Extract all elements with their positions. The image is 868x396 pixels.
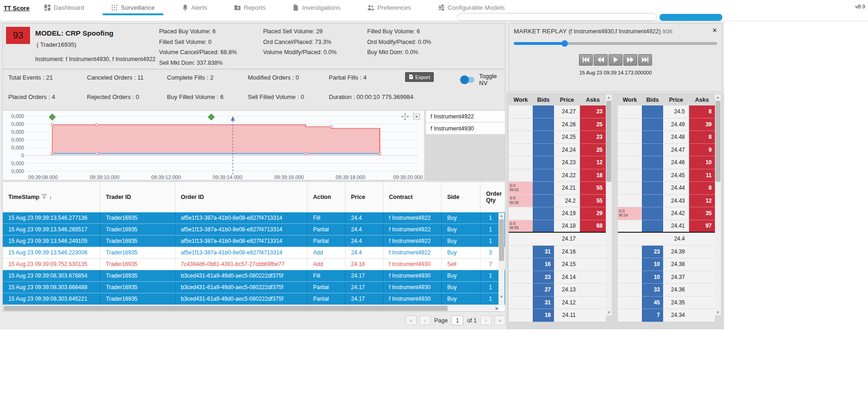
table-row[interactable]: 15 Aug 23 09:39:08.303.678854Trader16935… [3,270,505,282]
ladder-bid-cell[interactable] [642,169,663,182]
ladder-bid-cell[interactable] [642,144,663,157]
instrument-list-item[interactable]: f Instrument4922 [426,111,505,123]
table-header-contract[interactable]: Contract [383,182,441,212]
ladder-row[interactable]: 24.4312 [618,195,715,208]
ladder-ask-cell[interactable] [580,297,606,309]
ladder-row[interactable]: 24.4197 [618,220,715,233]
close-icon[interactable]: ✕ [712,27,717,34]
ladder-price-cell[interactable]: 24.37 [663,271,689,284]
scroll-down-icon[interactable]: ▼ [499,294,505,300]
ladder-row[interactable]: 1024.37 [618,271,715,284]
ladder-ask-cell[interactable] [689,284,715,297]
ladder-row[interactable]: S:0W:4224.2155 [509,182,606,195]
ladder-ask-cell[interactable] [580,258,606,271]
skip-to-end-button[interactable] [638,54,652,66]
ladder-bid-cell[interactable]: 18 [533,309,554,322]
fast-forward-button[interactable] [623,54,637,66]
ladder-row[interactable]: 24.17 [509,233,606,246]
ladder-ask-cell[interactable] [689,246,715,259]
table-row[interactable]: 15 Aug 23 09:39:13.546.277136Trader16935… [3,212,505,224]
ladder-row[interactable]: 2324.39 [618,246,715,259]
ladder-bid-cell[interactable] [533,169,554,182]
ladder-row[interactable]: 2724.13 [509,284,606,297]
ladder-ask-cell[interactable]: 8 [689,182,715,195]
ladder-price-cell[interactable]: 24.19 [554,207,580,220]
ladder-bid-cell[interactable] [533,195,554,208]
ladder-row[interactable]: 24.4939 [618,118,715,131]
ladder-row[interactable]: 1024.38 [618,258,715,271]
ladder-price-cell[interactable]: 24.4 [663,233,689,246]
ladder-bid-cell[interactable] [533,105,554,118]
ladder-row[interactable]: 24.2218 [509,169,606,182]
ladder-ask-cell[interactable]: 25 [580,144,606,157]
ladder-ask-cell[interactable]: 11 [689,169,715,182]
ladder-ask-cell[interactable]: 55 [580,195,606,208]
ladder-bid-cell[interactable] [642,220,663,233]
ladder-bid-cell[interactable] [642,195,663,208]
ladder-price-cell[interactable]: 24.27 [554,105,580,118]
ladder-ask-cell[interactable]: 25 [580,118,606,131]
ladder-row[interactable]: 24.2312 [509,156,606,169]
ladder-bid-cell[interactable] [533,118,554,131]
top-search-input[interactable] [457,13,657,21]
scroll-up-icon[interactable]: ▲ [499,213,505,219]
table-header-trader-id[interactable]: Trader ID [100,182,175,212]
ladder-row[interactable]: 4524.35 [618,297,715,309]
ladder-bid-cell[interactable]: 31 [533,246,554,259]
ladder-row[interactable]: 24.4610 [618,156,715,169]
ladder-ask-cell[interactable]: 23 [580,131,606,144]
toggle-nv-switch[interactable] [462,77,474,83]
ladder-price-cell[interactable]: 24.34 [663,309,689,322]
ladder-price-cell[interactable]: 24.49 [663,118,689,131]
page-input[interactable]: 1 [451,316,463,325]
ladder-ask-cell[interactable]: 10 [689,156,715,169]
table-header-order-qty[interactable]: Order Qty [480,182,500,212]
scroll-down-icon[interactable]: ▼ [715,309,721,316]
top-blue-button[interactable] [659,14,722,21]
table-row[interactable]: 15 Aug 23 09:39:08.303.666488Trader16935… [3,282,505,293]
table-row[interactable]: 15 Aug 23 09:39:13.546.249105Trader16935… [3,235,505,247]
scroll-up-icon[interactable]: ▲ [606,94,612,100]
ladder-price-cell[interactable]: 24.21 [554,182,580,195]
ladder-price-cell[interactable]: 24.18 [554,220,580,233]
ladder-price-cell[interactable]: 24.35 [663,297,689,309]
ladder-price-cell[interactable]: 24.22 [554,169,580,182]
ladder-row[interactable]: 3324.36 [618,284,715,297]
ladder-bid-cell[interactable] [642,131,663,144]
ladder-bid-cell[interactable]: 23 [533,271,554,284]
ladder-ask-cell[interactable]: 23 [580,105,606,118]
instrument-list-item[interactable]: f Instrument4930 [426,123,505,135]
ladder-row[interactable]: S:0W:5524.1868 [509,220,606,233]
table-row[interactable]: 15 Aug 23 09:39:13.546.265517Trader16935… [3,224,505,235]
ladder-price-cell[interactable]: 24.48 [663,131,689,144]
exposure-chart[interactable]: 0,0000,0000,0000,0000,00000,0000,00009:3… [3,111,424,183]
ladder-price-cell[interactable]: 24.25 [554,131,580,144]
ladder-row[interactable]: 24.2625 [509,118,606,131]
last-page-button[interactable]: » [494,316,505,325]
ladder-row[interactable]: 24.4511 [618,169,715,182]
ladder-ask-cell[interactable]: 12 [580,156,606,169]
ladder-ask-cell[interactable]: 97 [689,220,715,233]
ladder-price-cell[interactable]: 24.43 [663,195,689,208]
ladder-row[interactable]: 24.58 [618,105,715,118]
ladder-price-cell[interactable]: 24.13 [554,284,580,297]
ladder-price-cell[interactable]: 24.45 [663,169,689,182]
ladder-bid-cell[interactable]: 45 [642,297,663,309]
ladder-price-cell[interactable]: 24.17 [554,233,580,246]
nav-tab-investigations[interactable]: Investigations [292,0,340,15]
nav-tab-surveillance[interactable]: Surveillance [111,0,155,15]
table-header-side[interactable]: Side [441,182,480,212]
ladder-bid-cell[interactable] [642,207,663,220]
sort-descending-icon[interactable]: ↓ [49,194,52,200]
ladder-price-cell[interactable]: 24.39 [663,246,689,259]
table-row[interactable]: 15 Aug 23 09:39:08.303.645221Trader16935… [3,293,505,305]
ladder-bid-cell[interactable]: 10 [642,271,663,284]
scroll-down-icon[interactable]: ▼ [606,309,612,316]
ladder-ask-cell[interactable] [580,309,606,322]
ladder-ask-cell[interactable]: 68 [580,220,606,233]
ladder-row[interactable]: 24.2723 [509,105,606,118]
ladder-price-cell[interactable]: 24.24 [554,144,580,157]
ladder-bid-cell[interactable] [533,220,554,233]
table-horizontal-scrollbar[interactable]: ▶ [3,305,499,311]
ladder-row[interactable]: 24.1929 [509,207,606,220]
